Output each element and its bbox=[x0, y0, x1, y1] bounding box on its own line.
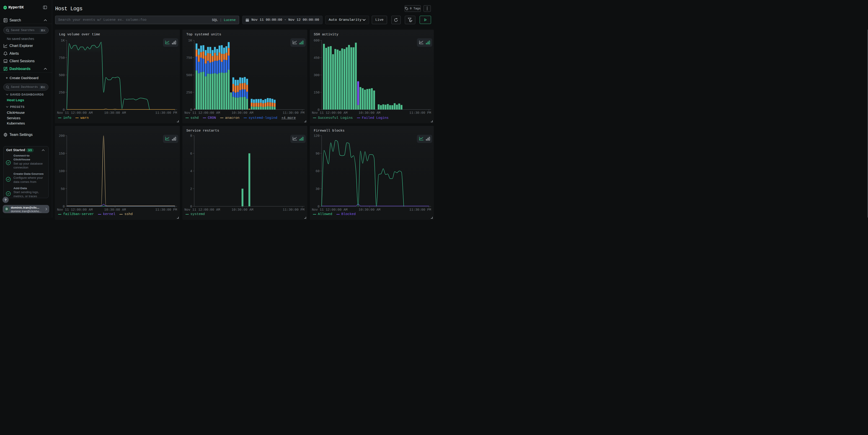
svg-text:1K: 1K bbox=[61, 39, 65, 42]
svg-text:60: 60 bbox=[315, 169, 319, 173]
svg-text:750: 750 bbox=[186, 56, 192, 60]
svg-text:600: 600 bbox=[313, 39, 319, 42]
svg-text:11:30:00 PM: 11:30:00 PM bbox=[409, 111, 431, 115]
svg-text:Nov 11 12:00:00 AM: Nov 11 12:00:00 AM bbox=[184, 111, 220, 115]
svg-text:10:30:00 AM: 10:30:00 AM bbox=[359, 111, 380, 115]
svg-text:450: 450 bbox=[313, 56, 319, 60]
svg-text:750: 750 bbox=[59, 56, 65, 60]
svg-text:10:30:00 AM: 10:30:00 AM bbox=[104, 208, 126, 212]
svg-text:100: 100 bbox=[59, 169, 65, 173]
svg-text:10:30:00 AM: 10:30:00 AM bbox=[231, 208, 253, 212]
svg-text:Nov 11 12:00:00 AM: Nov 11 12:00:00 AM bbox=[184, 208, 220, 212]
svg-text:250: 250 bbox=[59, 91, 65, 94]
svg-text:500: 500 bbox=[59, 73, 65, 77]
svg-text:11:30:00 PM: 11:30:00 PM bbox=[409, 208, 431, 212]
svg-text:30: 30 bbox=[315, 187, 319, 191]
svg-text:11:30:00 PM: 11:30:00 PM bbox=[283, 208, 305, 212]
svg-text:150: 150 bbox=[59, 152, 65, 155]
svg-text:50: 50 bbox=[61, 187, 65, 191]
svg-text:2: 2 bbox=[190, 187, 192, 191]
svg-text:1K: 1K bbox=[188, 39, 192, 42]
svg-text:4: 4 bbox=[190, 169, 192, 173]
svg-text:250: 250 bbox=[186, 91, 192, 94]
svg-text:120: 120 bbox=[313, 134, 319, 138]
svg-text:11:30:00 PM: 11:30:00 PM bbox=[155, 208, 177, 212]
svg-text:10:30:00 AM: 10:30:00 AM bbox=[104, 111, 126, 115]
svg-text:11:30:00 PM: 11:30:00 PM bbox=[283, 111, 305, 115]
svg-text:500: 500 bbox=[186, 73, 192, 77]
svg-text:8: 8 bbox=[190, 134, 192, 138]
svg-text:Nov 11 12:00:00 AM: Nov 11 12:00:00 AM bbox=[57, 208, 93, 212]
svg-text:90: 90 bbox=[315, 152, 319, 155]
svg-text:200: 200 bbox=[59, 134, 65, 138]
svg-text:Nov 11 12:00:00 AM: Nov 11 12:00:00 AM bbox=[312, 208, 348, 212]
svg-text:11:30:00 PM: 11:30:00 PM bbox=[155, 111, 177, 115]
svg-text:10:30:00 AM: 10:30:00 AM bbox=[231, 111, 253, 115]
svg-text:Nov 11 12:00:00 AM: Nov 11 12:00:00 AM bbox=[312, 111, 348, 115]
svg-text:Nov 11 12:00:00 AM: Nov 11 12:00:00 AM bbox=[57, 111, 93, 115]
svg-text:150: 150 bbox=[313, 91, 319, 94]
svg-text:6: 6 bbox=[190, 152, 192, 155]
svg-text:10:30:00 AM: 10:30:00 AM bbox=[359, 208, 380, 212]
svg-text:300: 300 bbox=[313, 73, 319, 77]
